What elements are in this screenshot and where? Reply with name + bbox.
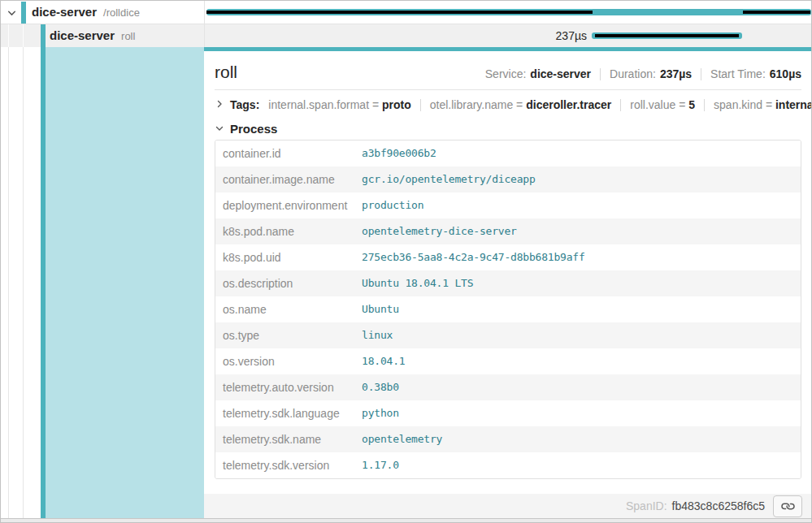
process-value: a3bf90e006b2: [355, 140, 801, 166]
process-row: container.ida3bf90e006b2: [215, 140, 801, 166]
tag-separator: [420, 99, 421, 111]
process-key: deployment.environment: [215, 192, 355, 218]
process-key: k8s.pod.name: [215, 218, 355, 244]
process-toggle[interactable]: Process: [215, 122, 277, 136]
span-color-bar: [21, 2, 26, 24]
process-value: gcr.io/opentelemetry/diceapp: [355, 166, 801, 192]
start-time-value: 610µs: [770, 67, 801, 80]
timeline-row-roll[interactable]: 237µs: [205, 24, 812, 47]
process-key: telemetry.sdk.language: [215, 400, 355, 426]
process-key: k8s.pod.uid: [215, 244, 355, 270]
self-time-bar: [206, 11, 593, 14]
duration-label: Duration:: [610, 67, 656, 80]
span-title: roll: [215, 63, 237, 82]
indent-guide: [23, 24, 24, 47]
process-row: os.descriptionUbuntu 18.04.1 LTS: [215, 270, 801, 296]
span-bar-rolldice[interactable]: [206, 9, 811, 15]
operation-name: roll: [121, 30, 135, 42]
process-value: opentelemetry-dice-server: [355, 218, 801, 244]
process-row: k8s.pod.uid275ecb36-5aa8-4c2a-9c47-d8bb6…: [215, 244, 801, 270]
process-key: os.name: [215, 296, 355, 322]
process-key: os.description: [215, 270, 355, 296]
process-value: linux: [355, 322, 801, 348]
process-row: os.typelinux: [215, 322, 801, 348]
span-duration-label: 237µs: [556, 29, 587, 42]
process-key: telemetry.auto.version: [215, 374, 355, 400]
span-row-rolldice[interactable]: dice-server/rolldice: [1, 1, 204, 24]
indent-guide: [23, 24, 24, 518]
process-row: telemetry.sdk.nameopentelemetry: [215, 426, 801, 452]
self-time-bar: [743, 11, 810, 14]
operation-name: /rolldice: [103, 6, 140, 19]
process-key: os.type: [215, 322, 355, 348]
service-name: dice-server: [50, 28, 115, 42]
jaeger-trace-detail-page: dice-server/rolldice dice-serverroll 237…: [0, 0, 812, 523]
chevron-down-icon: [215, 122, 224, 136]
tags-section-label: Tags:: [230, 98, 259, 111]
process-value: 18.04.1: [355, 348, 801, 374]
process-row: telemetry.sdk.languagepython: [215, 400, 801, 426]
tag-separator: [704, 99, 705, 111]
tag-item: span.kind = internal: [714, 98, 812, 111]
service-value: dice-server: [530, 67, 591, 80]
header-divider: [215, 89, 801, 90]
chevron-right-icon: [215, 98, 224, 111]
meta-separator: [600, 68, 601, 80]
tag-separator: [620, 99, 621, 111]
meta-separator: [701, 68, 701, 80]
service-label: Service:: [485, 67, 527, 80]
spanid-value: fb483c8c6258f6c5: [672, 499, 765, 512]
selected-span-highlight: [46, 47, 204, 518]
tag-item: roll.value = 5: [630, 98, 695, 111]
process-section-label: Process: [230, 122, 277, 136]
tags-list: internal.span.format = protootel.library…: [268, 98, 812, 111]
link-icon: [782, 500, 794, 512]
process-key: telemetry.sdk.name: [215, 426, 355, 452]
indent-guide: [8, 24, 9, 47]
indent-guide: [8, 24, 9, 518]
spanid-label: SpanID:: [626, 499, 667, 512]
process-table: container.ida3bf90e006b2container.image.…: [215, 140, 801, 479]
service-name: dice-server: [32, 5, 97, 19]
span-detail-footer: SpanID: fb483c8c6258f6c5: [204, 494, 812, 518]
process-value: Ubuntu 18.04.1 LTS: [355, 270, 801, 296]
timeline-row-rolldice[interactable]: [205, 1, 812, 24]
process-table-body: container.ida3bf90e006b2container.image.…: [215, 140, 801, 478]
process-row: telemetry.auto.version0.38b0: [215, 374, 801, 400]
self-time-bar: [595, 34, 739, 37]
duration-value: 237µs: [660, 67, 692, 80]
process-key: container.image.name: [215, 166, 355, 192]
process-key: os.version: [215, 348, 355, 374]
process-value: production: [355, 192, 801, 218]
deep-link-button[interactable]: [773, 495, 802, 517]
process-row: container.image.namegcr.io/opentelemetry…: [215, 166, 801, 192]
process-value: 1.17.0: [355, 452, 801, 478]
trace-timeline: 237µs: [204, 1, 812, 47]
span-detail-panel: roll Service: dice-server Duration: 237µ…: [204, 47, 812, 518]
process-key: telemetry.sdk.version: [215, 452, 355, 478]
process-value: python: [355, 400, 801, 426]
process-value: opentelemetry: [355, 426, 801, 452]
span-bar-roll[interactable]: [592, 32, 742, 39]
process-value: 0.38b0: [355, 374, 801, 400]
process-value: 275ecb36-5aa8-4c2a-9c47-d8bb681b9aff: [355, 244, 801, 270]
page-bottom-strip: [1, 518, 811, 523]
tags-toggle[interactable]: Tags:: [215, 98, 259, 111]
chevron-down-icon[interactable]: [7, 7, 17, 22]
process-value: Ubuntu: [355, 296, 801, 322]
span-row-roll-selected[interactable]: dice-serverroll: [1, 24, 204, 47]
process-row: k8s.pod.nameopentelemetry-dice-server: [215, 218, 801, 244]
start-time-label: Start Time:: [710, 67, 766, 80]
span-name-column: dice-server/rolldice dice-serverroll: [1, 1, 204, 518]
process-row: os.version18.04.1: [215, 348, 801, 374]
span-meta: Service: dice-server Duration: 237µs Sta…: [485, 67, 801, 80]
tag-item: internal.span.format = proto: [268, 98, 410, 111]
process-row: telemetry.sdk.version1.17.0: [215, 452, 801, 478]
process-row: deployment.environmentproduction: [215, 192, 801, 218]
tag-item: otel.library.name = diceroller.tracer: [430, 98, 611, 111]
process-key: container.id: [215, 140, 355, 166]
process-row: os.nameUbuntu: [215, 296, 801, 322]
span-color-accent-strip: [204, 47, 812, 51]
